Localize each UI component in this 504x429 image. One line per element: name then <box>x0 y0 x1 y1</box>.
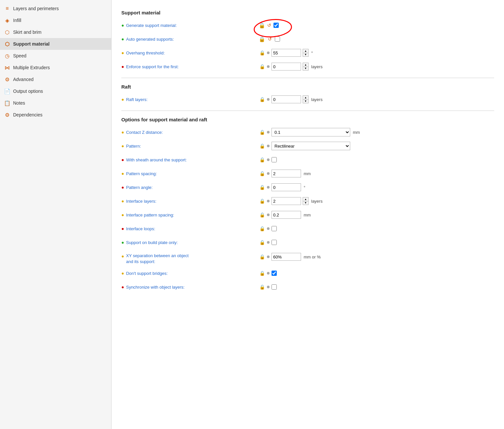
reset-icon-auto[interactable]: ↺ <box>267 36 273 42</box>
checkbox-support-build-plate[interactable] <box>272 240 277 245</box>
label-interface-loops[interactable]: Interface loops: <box>126 226 155 231</box>
row-raft-layers: ● Raft layers: 🔒 ▲ ▼ layers <box>121 94 494 105</box>
label-pattern[interactable]: Pattern: <box>126 144 141 149</box>
dot-indicator-interface-loops <box>267 227 270 230</box>
label-sheath[interactable]: With sheath around the support: <box>126 157 187 162</box>
label-auto-generated[interactable]: Auto generated supports: <box>126 37 174 42</box>
input-interface-layers[interactable] <box>272 197 301 205</box>
label-area-sheath: ● With sheath around the support: <box>121 157 259 162</box>
skirt-brim-label: Skirt and brim <box>13 30 41 35</box>
dot-indicator-raft <box>267 98 270 101</box>
checkbox-synchronize[interactable] <box>272 284 277 290</box>
sidebar-item-multiple-extruders[interactable]: ⋈Multiple Extruders <box>0 62 111 73</box>
sidebar-item-notes[interactable]: 📋Notes <box>0 97 111 109</box>
sidebar-item-infill[interactable]: ◈Infill <box>0 14 111 26</box>
unit-interface-pattern-spacing: mm <box>304 213 311 217</box>
lock-icon-raft[interactable]: 🔒 <box>259 96 265 102</box>
dot-pattern-angle: ● <box>121 185 124 190</box>
select-contact-z[interactable]: 0.1 0 0.2 <box>272 128 350 136</box>
label-area-interface-pattern-spacing: ● Interface pattern spacing: <box>121 212 259 217</box>
multiple-extruders-label: Multiple Extruders <box>13 65 50 70</box>
lock-icon-contact-z[interactable]: 🔒 <box>259 129 265 135</box>
spinner-up-raft[interactable]: ▲ <box>303 95 309 99</box>
label-synchronize[interactable]: Synchronize with object layers: <box>126 285 184 290</box>
control-pattern: 🔒 Rectilinear Rectilinear grid Honeycomb <box>259 142 494 150</box>
label-raft-layers[interactable]: Raft layers: <box>126 97 148 102</box>
lock-icon-dont-support[interactable]: 🔒 <box>259 270 265 276</box>
lock-icon-generate[interactable]: 🔒 <box>259 22 265 28</box>
output-options-label: Output options <box>13 89 43 94</box>
label-contact-z[interactable]: Contact Z distance: <box>126 130 163 135</box>
input-overhang[interactable] <box>272 49 301 57</box>
input-enforce[interactable] <box>272 63 301 71</box>
input-interface-pattern-spacing[interactable] <box>272 211 301 219</box>
row-generate-support: ● Generate support material: 🔒 ↺ <box>121 20 494 31</box>
section-title-options: Options for support material and raft <box>121 117 494 122</box>
label-xy-separation[interactable]: XY separation between an objectand its s… <box>126 253 189 265</box>
lock-icon-xy[interactable]: 🔒 <box>259 254 265 260</box>
sidebar-item-layers-perimeters[interactable]: ≡Layers and perimeters <box>0 3 111 14</box>
label-enforce-support[interactable]: Enforce support for the first: <box>126 64 178 69</box>
label-overhang[interactable]: Overhang threshold: <box>126 51 165 55</box>
label-pattern-angle[interactable]: Pattern angle: <box>126 185 152 190</box>
spinner-down-enforce[interactable]: ▼ <box>303 67 309 71</box>
input-raft-layers[interactable] <box>272 95 301 103</box>
lock-icon-interface-layers[interactable]: 🔒 <box>259 198 265 204</box>
spinner-enforce: ▲ ▼ <box>303 63 309 71</box>
advanced-icon: ⚙ <box>4 76 10 83</box>
label-interface-layers[interactable]: Interface layers: <box>126 199 156 204</box>
lock-icon-overhang[interactable]: 🔒 <box>259 50 265 56</box>
row-interface-loops: ● Interface loops: 🔒 <box>121 223 494 234</box>
spinner-up-overhang[interactable]: ▲ <box>303 49 309 53</box>
checkbox-auto-generated[interactable] <box>275 36 280 42</box>
label-generate-support[interactable]: Generate support material: <box>126 23 177 28</box>
checkbox-dont-support-bridges[interactable] <box>272 271 277 276</box>
input-xy-separation[interactable] <box>272 253 301 261</box>
control-enforce-support: 🔒 ▲ ▼ layers <box>259 63 494 71</box>
sidebar-item-dependencies[interactable]: ⚙Dependencies <box>0 109 111 121</box>
lock-icon-pattern[interactable]: 🔒 <box>259 143 265 149</box>
label-pattern-spacing[interactable]: Pattern spacing: <box>126 171 157 176</box>
sidebar-item-skirt-brim[interactable]: ⬡Skirt and brim <box>0 26 111 38</box>
sidebar-item-speed[interactable]: ◷Speed <box>0 50 111 62</box>
dot-generate: ● <box>121 23 124 28</box>
lock-icon-interface-pattern-spacing[interactable]: 🔒 <box>259 212 265 218</box>
main-content: Support material ● Generate support mate… <box>111 0 504 429</box>
dot-interface-pattern-spacing: ● <box>121 212 124 217</box>
sidebar-item-support-material[interactable]: ⬡Support material <box>0 38 111 50</box>
label-interface-pattern-spacing[interactable]: Interface pattern spacing: <box>126 213 174 217</box>
unit-pattern-spacing: mm <box>304 171 311 176</box>
select-pattern[interactable]: Rectilinear Rectilinear grid Honeycomb <box>272 142 350 150</box>
spinner-down-overhang[interactable]: ▼ <box>303 53 309 57</box>
lock-icon-sheath[interactable]: 🔒 <box>259 157 265 163</box>
label-dont-support-bridges[interactable]: Don't support bridges: <box>126 271 168 276</box>
row-pattern-spacing: ● Pattern spacing: 🔒 mm <box>121 168 494 179</box>
lock-icon-enforce[interactable]: 🔒 <box>259 64 265 70</box>
spinner-down-interface[interactable]: ▼ <box>303 201 309 205</box>
control-synchronize: 🔒 <box>259 284 494 290</box>
sidebar-item-advanced[interactable]: ⚙Advanced <box>0 73 111 85</box>
label-area-pattern-angle: ● Pattern angle: <box>121 185 259 190</box>
spinner-up-interface[interactable]: ▲ <box>303 197 309 201</box>
row-synchronize: ● Synchronize with object layers: 🔒 <box>121 282 494 292</box>
lock-icon-synchronize[interactable]: 🔒 <box>259 284 265 290</box>
reset-icon-generate[interactable]: ↺ <box>266 22 272 28</box>
lock-icon-interface-loops[interactable]: 🔒 <box>259 226 265 232</box>
sidebar-item-output-options[interactable]: 📄Output options <box>0 85 111 97</box>
dot-indicator-pattern-spacing <box>267 172 270 175</box>
lock-icon-auto[interactable]: 🔒 <box>259 36 265 42</box>
input-pattern-angle[interactable] <box>272 183 301 191</box>
label-support-build-plate[interactable]: Support on build plate only: <box>126 240 178 245</box>
input-pattern-spacing[interactable] <box>272 170 301 177</box>
lock-icon-pattern-angle[interactable]: 🔒 <box>259 184 265 190</box>
checkbox-sheath[interactable] <box>272 157 277 162</box>
divider-1 <box>121 78 494 78</box>
checkbox-interface-loops[interactable] <box>272 226 277 231</box>
spinner-down-raft[interactable]: ▼ <box>303 99 309 103</box>
dot-support-build-plate: ● <box>121 240 124 245</box>
checkbox-generate-support[interactable] <box>273 23 279 28</box>
lock-icon-pattern-spacing[interactable]: 🔒 <box>259 171 265 176</box>
spinner-up-enforce[interactable]: ▲ <box>303 63 309 67</box>
lock-icon-support-build-plate[interactable]: 🔒 <box>259 239 265 245</box>
unit-interface-layers: layers <box>311 199 323 204</box>
